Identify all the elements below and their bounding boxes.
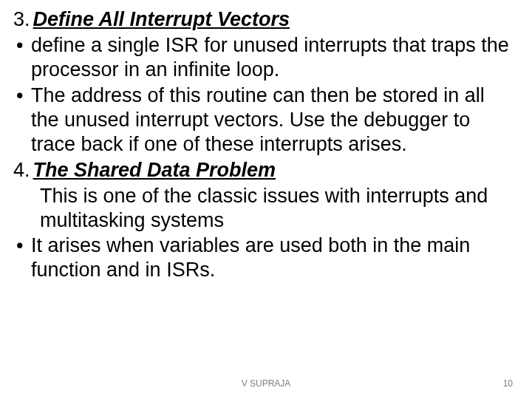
bullet-item: • The address of this routine can then b… [13,83,511,157]
bullet-marker: • [13,83,31,108]
section-heading-3: 3.Define All Interrupt Vectors [13,7,511,32]
heading-title: Define All Interrupt Vectors [33,8,290,30]
section-heading-4: 4.The Shared Data Problem [13,158,511,183]
bullet-text: The address of this routine can then be … [31,83,511,157]
bullet-text: It arises when variables are used both i… [31,233,511,282]
bullet-item: • define a single ISR for unused interru… [13,33,511,82]
footer-author: V SUPRAJA [0,378,532,389]
footer-page-number: 10 [503,378,513,389]
slide-content: 3.Define All Interrupt Vectors • define … [0,0,532,282]
bullet-text: define a single ISR for unused interrupt… [31,33,511,82]
heading-title: The Shared Data Problem [33,159,276,181]
bullet-marker: • [13,33,31,58]
heading-number: 3. [13,8,30,30]
bullet-marker: • [13,233,31,258]
heading-number: 4. [13,159,30,181]
bullet-item: • It arises when variables are used both… [13,233,511,282]
indented-text: This is one of the classic issues with i… [13,184,511,233]
